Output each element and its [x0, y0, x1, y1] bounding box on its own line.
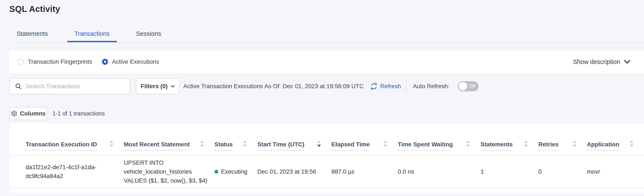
transactions-table: Transaction Execution ID Most Recent Sta…	[10, 124, 644, 193]
radio-unselected-icon	[18, 59, 24, 65]
status-executing-icon	[214, 170, 218, 174]
cell-application: movr	[587, 167, 644, 176]
cell-elapsed-time: 887.0 µs	[332, 167, 398, 176]
table-controls: Columns 1-1 of 1 transactions	[10, 107, 644, 120]
table-header-row: Transaction Execution ID Most Recent Sta…	[10, 124, 644, 156]
sort-icon	[629, 140, 634, 147]
cell-transaction-execution-id: da1f21e2-de71-4c1f-a1da-dc9fc94a84a2	[10, 163, 124, 181]
search-box	[10, 78, 130, 94]
radio-selected-icon	[102, 59, 108, 65]
refresh-icon	[370, 82, 378, 90]
sort-icon	[242, 140, 248, 147]
radio-label: Active Executions	[112, 58, 159, 65]
sort-desc-icon	[316, 140, 322, 147]
column-header-elapsed-time[interactable]: Elapsed Time	[332, 140, 398, 155]
cell-statements: 1	[480, 167, 538, 176]
auto-refresh-toggle[interactable]: Off	[458, 81, 478, 91]
sql-activity-page: SQL Activity Statements Transactions Ses…	[0, 0, 644, 196]
cell-start-time: Dec 01, 2023 at 19:56	[257, 167, 332, 176]
cell-time-spent-waiting: 0.0 ns	[398, 167, 480, 176]
page-title: SQL Activity	[10, 4, 60, 14]
radio-transaction-fingerprints[interactable]: Transaction Fingerprints	[18, 58, 92, 65]
toolbar: Filters (0) Active Transaction Execution…	[10, 78, 644, 94]
toggle-state-label: Off	[469, 83, 475, 89]
column-header-statements[interactable]: Statements	[480, 140, 538, 155]
results-count: 1-1 of 1 transactions	[52, 110, 105, 117]
sort-icon	[199, 140, 205, 147]
as-of-text: Active Transaction Executions As Of: Dec…	[183, 83, 364, 90]
column-header-status[interactable]: Status	[214, 140, 257, 155]
search-input[interactable]	[26, 83, 126, 90]
auto-refresh-label: Auto Refresh:	[413, 83, 450, 90]
cell-retries: 0	[538, 167, 587, 176]
column-header-retries[interactable]: Retries	[538, 140, 587, 155]
column-header-time-spent-waiting[interactable]: Time Spent Waiting	[398, 140, 480, 155]
tab-transactions[interactable]: Transactions	[67, 25, 117, 42]
status-label: Executing	[221, 167, 247, 176]
columns-button[interactable]: Columns	[10, 107, 47, 120]
toggle-knob	[459, 82, 467, 91]
tab-statements[interactable]: Statements	[10, 25, 55, 42]
show-description-toggle[interactable]: Show description	[573, 58, 630, 65]
filters-button[interactable]: Filters (0)	[136, 78, 180, 94]
filters-label: Filters (0)	[140, 83, 168, 90]
refresh-button[interactable]: Refresh	[370, 82, 401, 90]
sort-icon	[108, 140, 114, 147]
column-header-application[interactable]: Application	[587, 140, 644, 155]
cell-most-recent-statement: UPSERT INTO vehicle_location_histories V…	[124, 158, 214, 185]
table-row[interactable]: da1f21e2-de71-4c1f-a1da-dc9fc94a84a2 UPS…	[10, 156, 644, 188]
columns-button-label: Columns	[20, 110, 46, 117]
view-mode-card: Transaction Fingerprints Active Executio…	[10, 50, 644, 73]
tab-sessions[interactable]: Sessions	[129, 25, 168, 42]
column-header-transaction-execution-id[interactable]: Transaction Execution ID	[10, 140, 124, 155]
radio-label: Transaction Fingerprints	[28, 58, 92, 65]
sort-icon	[572, 140, 577, 147]
gear-icon	[11, 110, 17, 117]
search-icon	[15, 83, 22, 90]
refresh-label: Refresh	[380, 83, 401, 90]
column-header-start-time[interactable]: Start Time (UTC)	[257, 140, 332, 155]
chevron-down-icon	[171, 85, 175, 88]
column-header-most-recent-statement[interactable]: Most Recent Statement	[124, 140, 214, 155]
sort-icon	[382, 140, 388, 147]
show-description-label: Show description	[573, 58, 620, 65]
sort-icon	[523, 140, 529, 147]
tab-bar: Statements Transactions Sessions	[10, 25, 644, 43]
toolbar-divider	[406, 79, 406, 94]
sort-icon	[466, 140, 471, 147]
chevron-down-icon	[624, 60, 630, 64]
radio-active-executions[interactable]: Active Executions	[102, 58, 159, 65]
cell-status: Executing	[214, 167, 257, 176]
